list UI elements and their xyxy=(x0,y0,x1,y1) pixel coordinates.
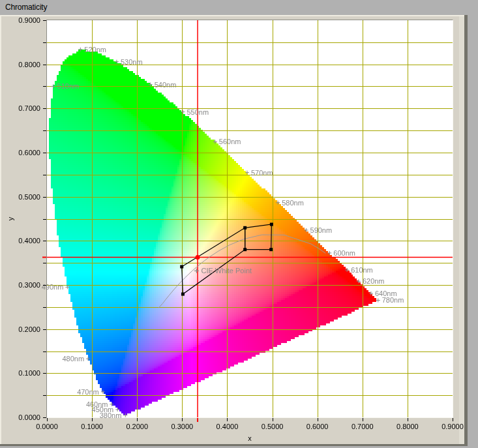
window-title: Chromaticity xyxy=(5,3,47,12)
panel-bevel-right-highlight xyxy=(459,16,464,445)
cie-horseshoe-gradient xyxy=(47,20,453,417)
panel-bevel-left xyxy=(0,15,1,446)
chromaticity-window: { "window": { "title": "Chromaticity" },… xyxy=(0,0,478,448)
window-right-margin xyxy=(468,0,478,448)
panel-bevel-top xyxy=(0,15,468,16)
window-title-bar: Chromaticity xyxy=(0,0,478,15)
